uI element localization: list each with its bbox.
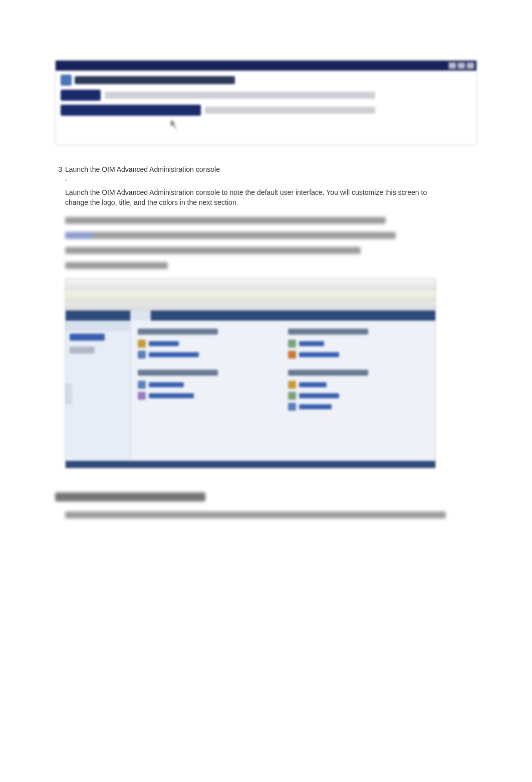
console-panel bbox=[138, 329, 278, 359]
panel-icon bbox=[288, 381, 296, 389]
blurred-line bbox=[65, 232, 396, 239]
panel-icon bbox=[288, 340, 296, 348]
blurred-section-heading bbox=[55, 492, 205, 501]
blurred-title-text bbox=[75, 76, 235, 84]
panel-link bbox=[299, 341, 324, 346]
panel-icon bbox=[138, 351, 146, 359]
panel-row bbox=[138, 351, 278, 359]
panel-link bbox=[299, 393, 339, 398]
panel-link bbox=[149, 341, 179, 346]
blurred-button bbox=[61, 90, 101, 101]
window-body bbox=[56, 71, 476, 134]
panel-icon bbox=[138, 381, 146, 389]
sidebar-link bbox=[70, 334, 105, 341]
window-buttons bbox=[448, 62, 474, 69]
step-number: 3 bbox=[55, 165, 62, 173]
step-description: Launch the OIM Advanced Administration c… bbox=[65, 187, 436, 208]
blurred-link bbox=[65, 232, 93, 239]
browser-tabbar bbox=[66, 301, 435, 311]
panel-heading bbox=[288, 370, 368, 376]
panel-link bbox=[149, 393, 194, 398]
blurred-line bbox=[65, 511, 446, 518]
blurred-text-line bbox=[205, 107, 375, 114]
panel-row bbox=[138, 392, 278, 400]
splitter-handle bbox=[66, 384, 72, 404]
blurred-next-section bbox=[55, 492, 477, 518]
screenshot-oim-console bbox=[65, 278, 436, 468]
panel-link bbox=[149, 352, 199, 357]
close-icon bbox=[466, 62, 474, 69]
console-panel bbox=[288, 370, 428, 411]
main-tab-active bbox=[151, 311, 435, 321]
panel-icon bbox=[288, 392, 296, 400]
panel-row bbox=[288, 403, 428, 411]
browser-titlebar bbox=[66, 279, 435, 290]
console-panel bbox=[288, 329, 428, 359]
panel-row bbox=[288, 381, 428, 389]
app-icon bbox=[61, 75, 72, 86]
step-heading: 3 Launch the OIM Advanced Administration… bbox=[55, 165, 477, 173]
minimize-icon bbox=[448, 62, 456, 69]
console-panel bbox=[138, 370, 278, 411]
panel-icon bbox=[288, 403, 296, 411]
sidebar-item bbox=[70, 347, 95, 354]
panel-link bbox=[299, 404, 332, 409]
panel-heading bbox=[138, 370, 218, 376]
blurred-line bbox=[65, 262, 168, 269]
cursor-icon bbox=[171, 120, 178, 129]
blurred-instructions bbox=[65, 217, 477, 269]
panel-icon bbox=[138, 392, 146, 400]
blurred-button-long bbox=[61, 105, 201, 116]
panel-icon bbox=[288, 351, 296, 359]
panel-link bbox=[149, 382, 184, 387]
window-titlebar bbox=[56, 61, 476, 71]
panel-icon bbox=[138, 340, 146, 348]
maximize-icon bbox=[457, 62, 465, 69]
console-sidebar bbox=[66, 311, 131, 461]
panel-row bbox=[138, 381, 278, 389]
panel-heading bbox=[288, 329, 368, 335]
browser-urlbar bbox=[66, 290, 435, 301]
sidebar-tab-active bbox=[66, 311, 130, 321]
panel-link bbox=[299, 352, 339, 357]
panel-row bbox=[138, 340, 278, 348]
console-main bbox=[131, 311, 435, 461]
sidebar-tab bbox=[66, 321, 130, 331]
main-tab bbox=[131, 311, 151, 321]
step-title: Launch the OIM Advanced Administration c… bbox=[65, 165, 220, 173]
panel-row bbox=[288, 392, 428, 400]
panel-heading bbox=[138, 329, 218, 335]
blurred-text-line bbox=[105, 92, 375, 99]
panel-row bbox=[288, 340, 428, 348]
screenshot-command-window bbox=[55, 60, 477, 145]
panel-row bbox=[288, 351, 428, 359]
blurred-line bbox=[65, 217, 386, 224]
console-footer bbox=[66, 461, 435, 468]
blurred-line bbox=[65, 247, 361, 254]
panel-link bbox=[299, 382, 327, 387]
step-dot: . bbox=[65, 174, 67, 182]
